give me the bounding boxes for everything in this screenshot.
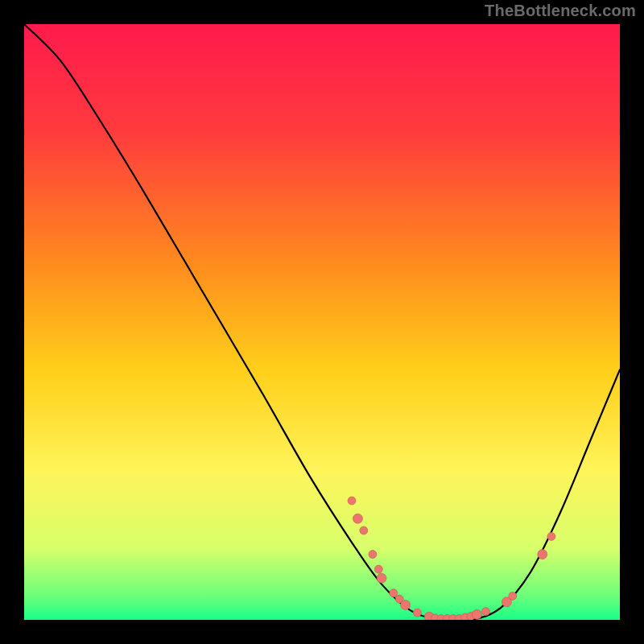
- data-point: [353, 514, 362, 523]
- data-point: [482, 608, 490, 616]
- data-point: [377, 573, 386, 583]
- data-point: [348, 497, 356, 505]
- chart-container: TheBottleneck.com: [0, 0, 644, 644]
- data-point: [413, 609, 421, 617]
- data-point: [374, 565, 382, 573]
- data-point: [509, 592, 517, 600]
- bottleneck-curve-chart: [24, 24, 620, 620]
- data-point: [538, 550, 547, 559]
- data-point: [369, 551, 377, 559]
- attribution-text: TheBottleneck.com: [485, 2, 636, 20]
- data-point: [547, 532, 555, 540]
- data-point: [390, 589, 398, 597]
- heatmap-background: [24, 24, 620, 620]
- data-point: [360, 526, 368, 535]
- plot-area: [24, 24, 620, 620]
- data-point: [401, 601, 411, 610]
- data-point: [472, 609, 481, 619]
